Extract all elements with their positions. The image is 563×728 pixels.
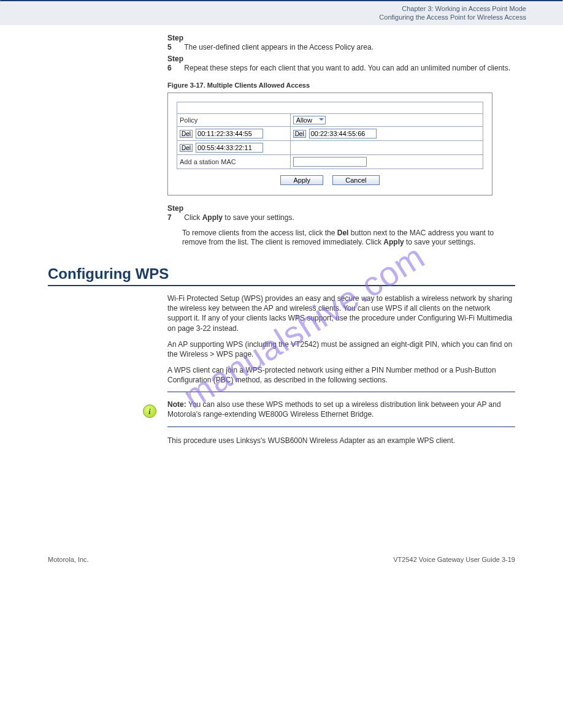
- del-button[interactable]: Del: [293, 130, 306, 138]
- apply-word: Apply: [202, 213, 223, 222]
- text-fragment: to save your settings.: [404, 238, 476, 246]
- add-mac-input[interactable]: [293, 157, 367, 167]
- step-7: Step 7 Click Apply to save your settings…: [167, 204, 515, 222]
- del-button[interactable]: Del: [180, 144, 193, 152]
- mac-cell-3: Del: [177, 141, 291, 155]
- note-body: You can also use these WPS methods to se…: [167, 400, 501, 419]
- add-mac-cell: [290, 155, 483, 169]
- del-word: Del: [337, 229, 349, 237]
- note-bottom-rule: [167, 427, 515, 427]
- note-text: Note: You can also use these WPS methods…: [167, 400, 515, 419]
- step-text: The user-defined client appears in the A…: [184, 43, 373, 51]
- apply-button[interactable]: Apply: [280, 175, 323, 185]
- mac-input-3[interactable]: [196, 143, 263, 153]
- header-text: Chapter 3: Working in Access Point Mode …: [379, 4, 526, 22]
- del-button[interactable]: Del: [180, 130, 193, 138]
- page-header-band: Chapter 3: Working in Access Point Mode …: [0, 2, 563, 25]
- text-fragment: to save your settings.: [223, 213, 294, 222]
- wps-path: Wireless > WPS: [180, 350, 233, 358]
- figure-caption: Figure 3-17. Multiple Clients Allowed Ac…: [167, 82, 515, 89]
- header-chapter: Chapter 3: Working in Access Point Mode: [379, 4, 526, 13]
- info-icon: i: [143, 404, 156, 418]
- step-label: Step 7: [167, 204, 182, 222]
- mac-input-1[interactable]: [196, 129, 263, 138]
- wps-p1: Wi-Fi Protected Setup (WPS) provides an …: [167, 294, 515, 333]
- figure-box: Access Policy Policy Allow Del: [167, 93, 492, 195]
- text-fragment: page.: [233, 350, 253, 358]
- mac-input-2[interactable]: [309, 129, 377, 138]
- mac-cell-empty: [290, 141, 483, 155]
- step-text: Click Apply to save your settings.: [184, 213, 294, 222]
- wps-p4: This procedure uses Linksys's WUSB600N W…: [167, 436, 515, 446]
- apply-word: Apply: [383, 238, 404, 246]
- mac-cell-2: Del: [290, 127, 483, 141]
- access-policy-title: Access Policy: [177, 102, 483, 114]
- text-fragment: Click: [184, 213, 202, 222]
- policy-select[interactable]: Allow: [293, 116, 326, 124]
- cancel-button[interactable]: Cancel: [332, 175, 379, 185]
- mac-cell-1: Del: [177, 127, 291, 141]
- note-label: Note:: [167, 400, 188, 409]
- section-rule: [48, 285, 515, 286]
- remove-clients-text: To remove clients from the access list, …: [182, 229, 515, 247]
- policy-label: Policy: [177, 114, 291, 127]
- step-6: Step 6 Repeat these steps for each clien…: [167, 55, 515, 73]
- wps-p3: A WPS client can join a WPS-protected ne…: [167, 365, 515, 385]
- note-top-rule: [167, 392, 515, 392]
- access-policy-table: Access Policy Policy Allow Del: [177, 102, 483, 169]
- add-mac-label: Add a station MAC: [177, 155, 291, 169]
- header-sub: Configuring the Access Point for Wireles…: [379, 13, 526, 21]
- button-row: Apply Cancel: [177, 169, 483, 186]
- section-title: Configuring WPS: [48, 265, 515, 282]
- note-row: i Note: You can also use these WPS metho…: [167, 400, 515, 419]
- policy-cell: Allow: [290, 114, 483, 127]
- step-text: Repeat these steps for each client that …: [184, 64, 510, 72]
- text-fragment: To remove clients from the access list, …: [182, 229, 337, 237]
- footer-right: VT2542 Voice Gateway User Guide 3-19: [393, 556, 515, 563]
- page-footer: Motorola, Inc. VT2542 Voice Gateway User…: [0, 556, 563, 563]
- step-5: Step 5 The user-defined client appears i…: [167, 34, 515, 52]
- step-label: Step 6: [167, 55, 182, 73]
- wps-p2: An AP supporting WPS (including the VT25…: [167, 339, 515, 359]
- footer-left: Motorola, Inc.: [48, 556, 89, 563]
- step-label: Step 5: [167, 34, 182, 52]
